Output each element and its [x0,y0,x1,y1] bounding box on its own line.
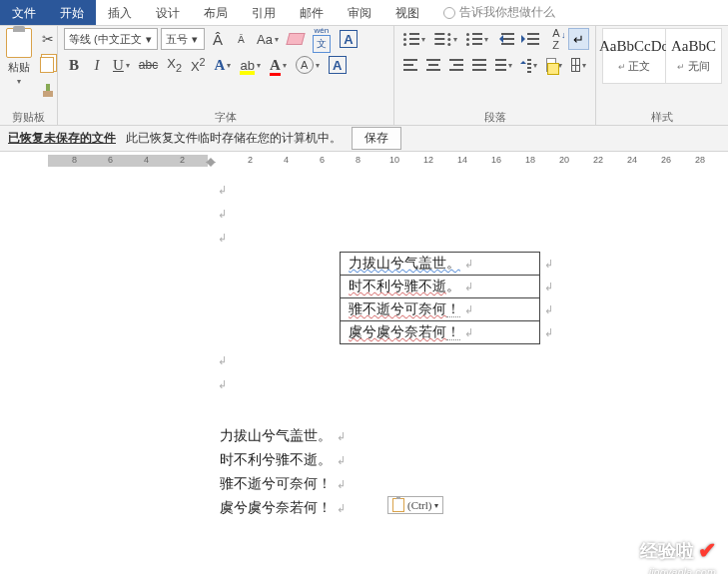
numbering-icon [434,31,450,47]
tell-me[interactable]: 告诉我你想做什么 [431,0,555,25]
ruler-num: 4 [144,155,149,165]
strike-icon: abc [139,58,158,72]
tab-review[interactable]: 审阅 [336,0,383,25]
paste-button[interactable]: 粘贴 ▾ [6,28,32,102]
sort-icon: AZ↓ [552,27,558,51]
ribbon-tabs: 文件 开始 插入 设计 布局 引用 邮件 审阅 视图 告诉我你想做什么 [0,0,728,26]
font-size-select[interactable]: 五号▾ [161,28,205,50]
increase-indent-button[interactable] [520,28,543,50]
italic-icon: I [95,57,100,74]
highlight-button[interactable]: ab▾ [237,54,263,76]
distributed-button[interactable]: ▾ [492,54,515,76]
bullets-button[interactable]: ▾ [400,28,428,50]
align-center-button[interactable] [423,54,443,76]
content-table[interactable]: 力拔山兮气盖世。↲↲ 时不利兮骓不逝。↲↲ 骓不逝兮可奈何！↲↲ 虞兮虞兮奈若何… [340,252,554,344]
underline-button[interactable]: U▾ [110,54,133,76]
copy-icon [40,57,54,73]
text-effects-button[interactable]: A▾ [212,54,235,76]
character-shading-button[interactable]: A▾ [293,54,323,76]
phonetic-guide-button[interactable]: wén 文 [310,28,334,50]
align-justify-button[interactable] [469,54,489,76]
tab-insert[interactable]: 插入 [96,0,144,25]
line-spacing-button[interactable]: ▾ [518,54,541,76]
bold-button[interactable]: B [64,54,84,76]
strikethrough-button[interactable]: abc [136,54,161,76]
table-row[interactable]: 时不利兮骓不逝。↲↲ [341,276,554,298]
numbering-button[interactable]: ▾ [431,28,459,50]
character-border-button[interactable]: A [337,28,361,50]
borders-icon [571,58,580,72]
tab-view[interactable]: 视图 [383,0,431,25]
cell-punct: 。 [446,279,460,293]
style-nospacing-label: 无间 [688,60,710,72]
format-painter-button[interactable] [36,80,60,102]
tab-design[interactable]: 设计 [144,0,192,25]
tab-references[interactable]: 引用 [240,0,288,25]
grow-font-button[interactable]: Â [208,28,228,50]
align-left-button[interactable] [400,54,420,76]
cell-text: 骓不逝兮可奈何 [349,301,446,316]
horizontal-ruler[interactable]: 8 6 4 2 2 4 6 8 10 12 14 16 18 20 22 24 … [0,152,728,170]
ruler-num: 22 [593,155,603,165]
watermark-sub: jingyanla.com [649,566,716,574]
change-case-icon: Aa [257,32,273,47]
copy-button[interactable] [36,54,60,76]
tab-mailings[interactable]: 邮件 [288,0,336,25]
ruler-num: 12 [423,155,433,165]
style-nospacing-preview: AaBbC [671,38,716,55]
watermark: 经验啦 ✔ jingyanla.com [548,524,728,574]
tab-layout[interactable]: 布局 [192,0,240,25]
cut-button[interactable]: ✂ [36,28,60,50]
clipboard-icon [6,28,32,58]
paste-options-button[interactable]: (Ctrl) ▾ [387,496,443,514]
bold-icon: B [69,57,79,74]
style-nospacing[interactable]: AaBbC ↵ 无间 [666,28,722,84]
group-paragraph: ▾ ▾ ▾ AZ↓ ↵ ▾ ▾ ▾ ▾ 段落 [394,26,596,125]
increase-indent-icon [523,31,540,47]
cell-text: 力拔山兮气盖世。 [349,256,460,271]
font-size-value: 五号 [166,32,188,47]
show-marks-button[interactable]: ↵ [568,28,589,50]
align-right-icon [449,57,463,73]
body-line: 时不利兮骓不逝。 [220,452,332,467]
shading-icon [546,58,555,72]
grow-font-icon: Â [213,31,223,48]
borders-button[interactable]: ▾ [568,54,589,76]
font-color-button[interactable]: A▾ [267,54,290,76]
phonetic-icon: 文 [313,35,331,53]
multilevel-button[interactable]: ▾ [463,28,491,50]
shrink-font-button[interactable]: Ǎ [231,28,251,50]
font-name-select[interactable]: 等线 (中文正文▾ [64,28,158,50]
text-effects-icon: A [215,57,226,74]
recovery-bar: 已恢复未保存的文件 此已恢复文件临时存储在您的计算机中。 保存 [0,126,728,152]
table-row[interactable]: 虞兮虞兮奈若何！↲↲ [341,321,554,344]
align-justify-icon [472,57,486,73]
table-row[interactable]: 骓不逝兮可奈何！↲↲ [341,298,554,321]
align-right-button[interactable] [446,54,466,76]
sort-button[interactable]: AZ↓ [545,28,565,50]
character-border-icon: A [340,30,358,48]
align-center-icon [426,57,440,73]
table-row[interactable]: 力拔山兮气盖世。↲↲ [341,253,554,276]
superscript-button[interactable]: X2 [188,54,209,76]
document-area: 8 6 4 2 2 4 6 8 10 12 14 16 18 20 22 24 … [0,152,728,574]
group-styles: AaBbCcDd ↵ 正文 AaBbC ↵ 无间 样式 [596,26,728,125]
recovery-message: 此已恢复文件临时存储在您的计算机中。 [126,130,342,147]
tab-home[interactable]: 开始 [48,0,96,25]
shading-button[interactable]: ▾ [543,54,564,76]
page[interactable]: ↲ ↲ ↲ 力拔山兮气盖世。↲↲ 时不利兮骓不逝。↲↲ 骓不逝兮可奈何！↲↲ 虞… [48,170,728,520]
change-case-button[interactable]: Aa▾ [254,28,282,50]
cell-text: 虞兮虞兮奈若何 [349,324,446,339]
body-text: 力拔山兮气盖世。 ↲ 时不利兮骓不逝。 ↲ 骓不逝兮可奈何！ ↲ 虞兮虞兮奈若何… [220,424,728,520]
decrease-indent-icon [497,31,514,47]
save-button[interactable]: 保存 [352,127,401,150]
decrease-indent-button[interactable] [494,28,517,50]
clear-formatting-button[interactable] [285,28,307,50]
italic-button[interactable]: I [87,54,107,76]
subscript-button[interactable]: X2 [164,54,185,76]
style-normal[interactable]: AaBbCcDd ↵ 正文 [602,28,666,84]
group-paragraph-label: 段落 [400,109,589,125]
tab-file[interactable]: 文件 [0,0,48,25]
shrink-font-icon: Ǎ [238,34,245,45]
enclose-characters-button[interactable]: A [326,54,350,76]
